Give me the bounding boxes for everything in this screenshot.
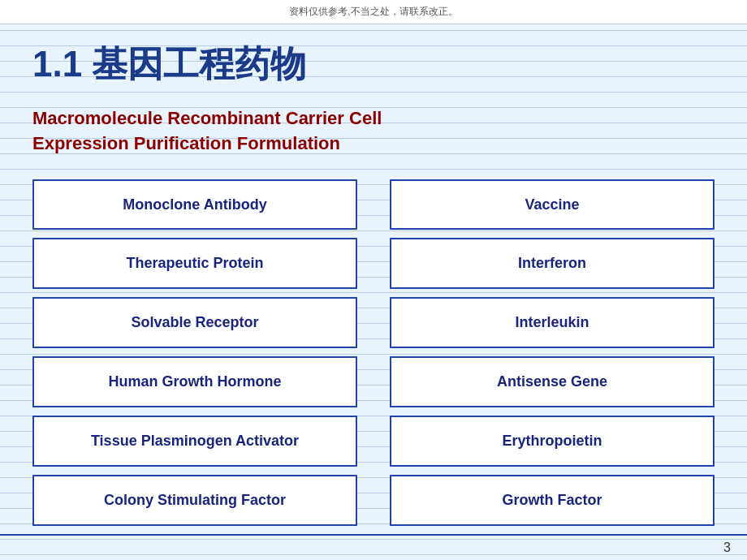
grid-box-interferon[interactable]: Interferon — [390, 238, 715, 289]
grid-box-monoclone-antibody[interactable]: Monoclone Antibody — [32, 179, 357, 230]
grid-box-tissue-plasminogen-activator[interactable]: Tissue Plasminogen Activator — [32, 416, 357, 467]
keywords-line2: Expression Purification Formulation — [32, 131, 715, 157]
grid-box-solvable-receptor[interactable]: Solvable Receptor — [32, 297, 357, 348]
keywords-line1: Macromolecule Recombinant Carrier Cell — [32, 106, 715, 131]
grid-label-erythropoietin: Erythropoietin — [502, 433, 602, 450]
top-bar-text: 资料仅供参考,不当之处，请联系改正。 — [289, 6, 457, 17]
grid-box-interleukin[interactable]: Interleukin — [390, 297, 715, 348]
grid-label-interleukin: Interleukin — [515, 314, 589, 331]
grid-label-monoclone-antibody: Monoclone Antibody — [123, 196, 266, 213]
grid-label-growth-factor: Growth Factor — [502, 492, 602, 509]
grid-box-growth-factor[interactable]: Growth Factor — [390, 475, 715, 526]
grid-label-human-growth-hormone: Human Growth Hormone — [108, 373, 281, 390]
grid-label-therapeutic-protein: Therapeutic Protein — [126, 255, 263, 272]
main-content: 1.1 基因工程药物 Macromolecule Recombinant Car… — [0, 24, 747, 534]
grid-container: Monoclone AntibodyVaccineTherapeutic Pro… — [32, 179, 715, 526]
grid-box-therapeutic-protein[interactable]: Therapeutic Protein — [32, 238, 357, 289]
grid-label-antisense-gene: Antisense Gene — [497, 373, 607, 390]
page-wrapper: 资料仅供参考,不当之处，请联系改正。 1.1 基因工程药物 Macromolec… — [0, 0, 747, 560]
keywords: Macromolecule Recombinant Carrier Cell E… — [32, 106, 715, 157]
top-bar: 资料仅供参考,不当之处，请联系改正。 — [0, 0, 747, 24]
grid-box-vaccine[interactable]: Vaccine — [390, 179, 715, 230]
grid-label-interferon: Interferon — [518, 255, 586, 272]
grid-label-solvable-receptor: Solvable Receptor — [131, 314, 258, 331]
grid-box-colony-stimulating-factor[interactable]: Colony Stimulating Factor — [32, 475, 357, 526]
grid-box-antisense-gene[interactable]: Antisense Gene — [390, 356, 715, 407]
grid-box-erythropoietin[interactable]: Erythropoietin — [390, 416, 715, 467]
page-number: 3 — [723, 541, 731, 555]
grid-label-vaccine: Vaccine — [525, 196, 579, 213]
page-title: 1.1 基因工程药物 — [32, 41, 715, 88]
grid-box-human-growth-hormone[interactable]: Human Growth Hormone — [32, 356, 357, 407]
grid-label-tissue-plasminogen-activator: Tissue Plasminogen Activator — [91, 433, 299, 450]
grid-label-colony-stimulating-factor: Colony Stimulating Factor — [104, 492, 286, 509]
bottom-bar: 3 — [0, 534, 747, 560]
